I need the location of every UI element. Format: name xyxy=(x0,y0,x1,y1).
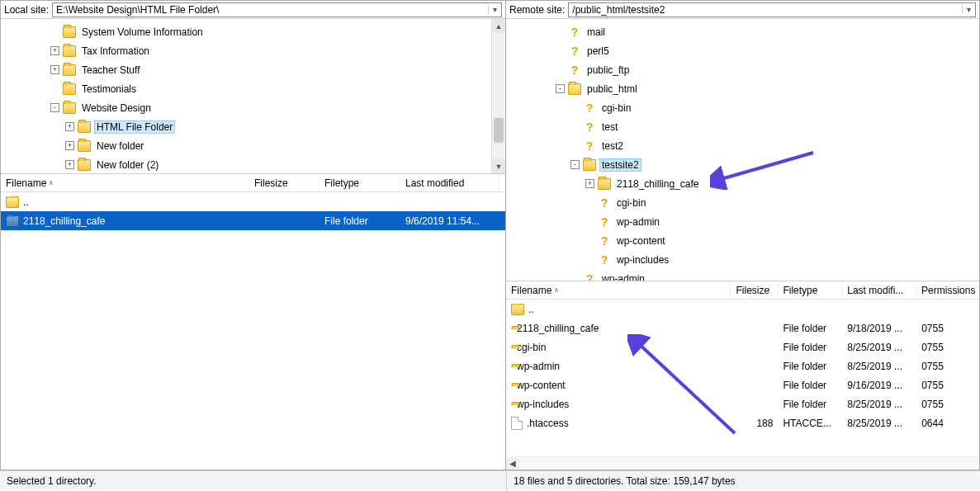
tree-node[interactable]: +2118_chilling_cafe xyxy=(585,174,979,193)
list-row[interactable]: wp-includesFile folder8/25/2019 ...0755 xyxy=(506,394,979,413)
tree-node[interactable]: -public_html xyxy=(556,79,979,98)
tree-node[interactable]: +Tax Information xyxy=(50,41,505,60)
tree-node[interactable]: ?perl5 xyxy=(556,41,979,60)
expand-spacer xyxy=(570,103,580,112)
expand-toggle[interactable]: - xyxy=(50,103,59,112)
expand-toggle[interactable]: + xyxy=(50,46,59,55)
remote-pane: Remote site: ▾ ?mail?perl5?public_ftp-pu… xyxy=(506,0,980,470)
file-name: wp-content xyxy=(517,380,566,391)
folder-icon xyxy=(511,328,513,329)
tree-node[interactable]: System Volume Information xyxy=(50,22,505,41)
tree-node[interactable]: ?wp-includes xyxy=(585,250,979,269)
local-path-input[interactable] xyxy=(53,4,488,16)
list-row[interactable]: 2118_chilling_cafeFile folder9/6/2019 11… xyxy=(1,211,505,230)
local-list-header[interactable]: Filename∧FilesizeFiletypeLast modified xyxy=(1,174,505,192)
local-file-list[interactable]: Filename∧FilesizeFiletypeLast modified .… xyxy=(1,174,505,470)
unknown-icon: ? xyxy=(568,64,581,77)
column-header[interactable]: Filetype xyxy=(778,281,842,299)
folder-icon xyxy=(63,45,76,57)
tree-node[interactable]: ?wp-admin xyxy=(585,212,979,231)
tree-node[interactable]: ?test2 xyxy=(570,136,979,155)
scroll-down-icon[interactable]: ▼ xyxy=(492,159,505,173)
list-row[interactable]: cgi-binFile folder8/25/2019 ...0755 xyxy=(506,338,979,356)
expand-toggle[interactable]: + xyxy=(65,141,74,150)
column-header[interactable]: Filename∧ xyxy=(506,281,731,299)
list-row[interactable]: .htaccess188HTACCE...8/25/2019 ...0644 xyxy=(506,413,979,432)
column-header[interactable]: Permissions xyxy=(916,281,979,299)
unknown-icon: ? xyxy=(598,196,611,210)
list-row[interactable]: 2118_chilling_cafeFile folder9/18/2019 .… xyxy=(506,319,979,338)
expand-spacer xyxy=(556,46,565,55)
folder-icon xyxy=(63,64,76,76)
file-name: .htaccess xyxy=(527,418,569,429)
column-header[interactable]: Filesize xyxy=(731,281,778,299)
scroll-up-icon[interactable]: ▲ xyxy=(492,19,505,33)
file-permissions: 0755 xyxy=(916,380,979,391)
scroll-left-icon[interactable]: ◀ xyxy=(506,458,519,470)
tree-node-label: New folder (2) xyxy=(94,158,161,172)
remote-list-header[interactable]: Filename∧FilesizeFiletypeLast modifi...P… xyxy=(506,281,979,300)
column-header[interactable]: Filetype xyxy=(320,174,400,191)
remote-file-list[interactable]: Filename∧FilesizeFiletypeLast modifi...P… xyxy=(506,281,979,470)
tree-node[interactable]: Testimonials xyxy=(50,79,505,98)
tree-node[interactable]: +New folder (2) xyxy=(65,155,505,174)
file-name: 2118_chilling_cafe xyxy=(23,215,105,227)
list-row[interactable]: wp-adminFile folder8/25/2019 ...0755 xyxy=(506,356,979,375)
expand-toggle[interactable]: + xyxy=(65,122,74,131)
local-path-combo[interactable]: ▾ xyxy=(52,2,502,17)
tree-node[interactable]: ?wp-content xyxy=(585,231,979,250)
parent-folder-icon xyxy=(6,196,19,208)
tree-node-label: perl5 xyxy=(585,45,612,58)
tree-node[interactable]: +New folder xyxy=(65,136,505,155)
folder-icon xyxy=(78,140,91,152)
folder-icon xyxy=(78,159,91,171)
file-type: HTACCE... xyxy=(778,418,842,429)
tree-node[interactable]: ?cgi-bin xyxy=(585,193,979,212)
expand-toggle[interactable]: - xyxy=(570,160,580,169)
expand-toggle[interactable]: - xyxy=(556,84,565,93)
column-header[interactable]: Filename∧ xyxy=(1,174,249,191)
column-header[interactable]: Last modified xyxy=(400,174,499,191)
column-label: Filename xyxy=(6,177,46,189)
list-row[interactable]: .. xyxy=(1,192,505,211)
scroll-thumb[interactable] xyxy=(494,118,504,143)
local-tree[interactable]: System Volume Information+Tax Informatio… xyxy=(1,19,505,174)
column-header[interactable]: Last modifi... xyxy=(842,281,916,299)
expand-toggle[interactable]: + xyxy=(585,179,594,188)
tree-node[interactable]: +HTML File Folder xyxy=(65,117,505,136)
column-header[interactable]: Filesize xyxy=(249,174,320,191)
chevron-down-icon[interactable]: ▾ xyxy=(488,5,501,14)
column-label: Permissions xyxy=(921,285,975,296)
remote-path-combo[interactable]: ▾ xyxy=(568,2,976,17)
tree-node-label: mail xyxy=(585,26,608,39)
expand-spacer xyxy=(585,198,594,207)
folder-icon xyxy=(63,26,76,38)
unknown-icon: ? xyxy=(598,253,611,267)
list-row[interactable]: .. xyxy=(506,300,979,319)
chevron-down-icon[interactable]: ▾ xyxy=(962,5,975,14)
expand-spacer xyxy=(50,84,59,93)
tree-node[interactable]: ?test xyxy=(570,117,979,136)
unknown-icon: ? xyxy=(583,139,596,153)
tree-node-label: test2 xyxy=(599,139,626,153)
tree-node[interactable]: +Teacher Stuff xyxy=(50,60,505,79)
tree-node[interactable]: ?wp-admin xyxy=(570,269,979,281)
unknown-icon: ? xyxy=(583,120,596,134)
column-label: Filesize xyxy=(254,177,288,189)
expand-spacer xyxy=(570,141,580,150)
remote-h-scrollbar[interactable]: ◀ xyxy=(506,456,979,470)
tree-node[interactable]: ?public_ftp xyxy=(556,60,979,79)
local-tree-scrollbar[interactable]: ▲ ▼ xyxy=(491,19,505,173)
tree-node[interactable]: -testsite2 xyxy=(570,155,979,174)
list-row[interactable]: wp-contentFile folder9/16/2019 ...0755 xyxy=(506,375,979,394)
remote-path-input[interactable] xyxy=(569,4,962,16)
tree-node[interactable]: -Website Design xyxy=(50,98,505,117)
folder-icon xyxy=(511,404,513,405)
expand-toggle[interactable]: + xyxy=(65,160,74,169)
remote-tree[interactable]: ?mail?perl5?public_ftp-public_html?cgi-b… xyxy=(506,19,979,281)
remote-site-label: Remote site: xyxy=(509,4,565,16)
column-label: Filesize xyxy=(736,285,769,296)
tree-node[interactable]: ?mail xyxy=(556,22,979,41)
expand-toggle[interactable]: + xyxy=(50,65,59,74)
tree-node[interactable]: ?cgi-bin xyxy=(570,98,979,117)
